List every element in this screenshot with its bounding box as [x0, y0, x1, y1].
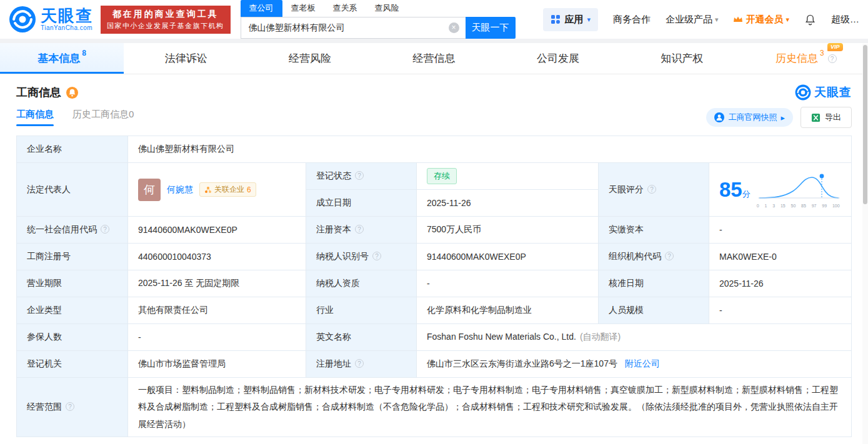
tab-intellectual-property[interactable]: 知识产权 [620, 43, 744, 74]
tab-legal-proceedings[interactable]: 法律诉讼 [124, 43, 247, 74]
field-label: 组织机构代码? [599, 244, 709, 270]
export-button[interactable]: 导出 [801, 107, 852, 128]
nav-super-vip[interactable]: 超级… [831, 14, 859, 26]
legal-rep-link[interactable]: 何婉慧 [167, 184, 193, 195]
field-label: 实缴资本 [599, 217, 709, 244]
help-icon[interactable]: ? [101, 225, 109, 234]
field-label: 纳税人识别号? [306, 244, 417, 270]
nav-business-cooperation[interactable]: 商务合作 [613, 14, 651, 26]
tab-company-development[interactable]: 公司发展 [496, 43, 620, 74]
apps-menu[interactable]: 应用 ▾ [543, 8, 598, 31]
official-snapshot-button[interactable]: 工商官网快照 ▸ [706, 108, 793, 127]
field-label: 人员规模 [599, 297, 709, 324]
help-icon[interactable]: ? [355, 225, 364, 234]
scrollbar[interactable] [862, 44, 868, 444]
field-label: 法定代表人 [17, 163, 128, 217]
field-value: - [709, 217, 852, 244]
chevron-down-icon: ▾ [715, 16, 719, 24]
field-value: 存续 [417, 163, 599, 190]
search-input[interactable] [241, 17, 466, 39]
field-value: 7500万人民币 [417, 217, 599, 244]
auto-translate-note: (自动翻译) [580, 332, 621, 342]
table-row: 企业名称 佛山佛塑新材料有限公司 [17, 136, 852, 163]
help-icon[interactable]: ? [665, 252, 674, 260]
field-value: 91440600MAK0WEXE0P [417, 244, 599, 270]
help-icon[interactable]: ? [355, 359, 364, 368]
clear-search-icon[interactable]: × [449, 22, 459, 33]
top-header: 天眼查 TianYanCha.com 都在用的商业查询工具 国家中小企业发展子基… [0, 0, 868, 39]
field-value: 440600010040373 [128, 244, 306, 270]
tab-count-badge: 3 [820, 49, 824, 57]
tab-operation-risk[interactable]: 经营风险 [248, 43, 372, 74]
field-label: 核准日期 [599, 270, 709, 297]
search-tab-company[interactable]: 查公司 [241, 0, 282, 17]
field-label: 英文名称 [306, 324, 417, 351]
promo-banner-line2: 国家中小企业发展子基金旗下机构 [107, 21, 224, 31]
subtab-business-info[interactable]: 工商信息 [16, 109, 54, 126]
search-button[interactable]: 天眼一下 [466, 17, 516, 39]
tianyancha-logo-icon [9, 6, 36, 33]
tab-operation-info[interactable]: 经营信息 [372, 43, 496, 74]
field-label: 工商注册号 [17, 244, 128, 270]
field-label: 注册资本? [306, 217, 417, 244]
logo-title: 天眼查 [41, 7, 93, 24]
field-value: 2025-11-26 [709, 270, 852, 297]
field-value: 何 何婉慧 关联企业 6 [128, 163, 306, 217]
tab-basic-info[interactable]: 基本信息8 [0, 43, 124, 74]
tab-history-info[interactable]: 历史信息 3 VIP ? [744, 43, 868, 74]
field-value: 一般项目：塑料制品制造；塑料制品销售；新材料技术研发；电子专用材料研发；电子专用… [128, 378, 852, 437]
score-axis-ticks: 0131550859799100 [757, 204, 840, 208]
monitor-bell-icon[interactable] [66, 87, 78, 99]
field-value: 2025-11-26 至 无固定期限 [128, 270, 306, 297]
field-label: 天眼评分? [599, 163, 709, 217]
apps-grid-icon [551, 14, 561, 24]
tianyancha-score[interactable]: 85分 0131550859799100 [719, 172, 841, 208]
nav-enterprise-products[interactable]: 企业级产品 ▾ [666, 14, 719, 26]
nearby-companies-link[interactable]: 附近公司 [625, 358, 660, 368]
promo-banner-line1: 都在用的商业查询工具 [107, 9, 224, 20]
field-value: 佛山市三水区云东海街道永业路6号之一1座107号 附近公司 [417, 351, 852, 378]
field-value: 2025-11-26 [417, 190, 599, 217]
company-tabs: 基本信息8 法律诉讼 经营风险 经营信息 公司发展 知识产权 历史信息 3 VI… [0, 43, 868, 74]
help-icon[interactable]: ? [66, 402, 74, 411]
table-row: 统一社会信用代码? 91440600MAK0WEXE0P 注册资本? 7500万… [17, 217, 852, 244]
search-tab-risk[interactable]: 查风险 [366, 0, 408, 17]
main-content: 工商信息 天眼查 工商信息 历史工商信息0 工商官网快照 [0, 84, 868, 437]
subtab-history-business-info[interactable]: 历史工商信息0 [72, 109, 134, 126]
tianyancha-logo[interactable]: 天眼查 TianYanCha.com [9, 6, 93, 33]
tianyancha-logo-icon [795, 84, 811, 101]
table-row: 企业类型 其他有限责任公司 行业 化学原料和化学制品制造业 人员规模 - [17, 297, 852, 324]
field-label: 成立日期 [306, 190, 417, 217]
table-row: 工商注册号 440600010040373 纳税人识别号? 91440600MA… [17, 244, 852, 270]
field-value: - [128, 324, 306, 351]
legal-rep-avatar[interactable]: 何 [138, 179, 161, 201]
scrollbar-thumb[interactable] [863, 45, 867, 204]
score-distribution-chart: 0131550859799100 [757, 172, 841, 208]
search-tab-relation[interactable]: 查关系 [324, 0, 366, 17]
business-info-table: 企业名称 佛山佛塑新材料有限公司 法定代表人 何 何婉慧 关联企业 6 [16, 136, 852, 437]
logo-domain: TianYanCha.com [41, 24, 93, 31]
field-label: 经营范围? [17, 378, 128, 437]
crown-icon [733, 16, 743, 23]
table-row: 参保人数 - 英文名称 Foshan Foshu New Materials C… [17, 324, 852, 351]
table-row: 营业期限 2025-11-26 至 无固定期限 纳税人资质 - 核准日期 202… [17, 270, 852, 297]
tianyancha-watermark: 天眼查 [795, 84, 852, 101]
field-value: 佛山市市场监督管理局 [128, 351, 306, 378]
field-value: 化学原料和化学制品制造业 [417, 297, 599, 324]
help-icon[interactable]: ? [372, 252, 381, 260]
field-label: 企业类型 [17, 297, 128, 324]
table-row: 登记机关 佛山市市场监督管理局 注册地址? 佛山市三水区云东海街道永业路6号之一… [17, 351, 852, 378]
help-icon[interactable]: ? [355, 171, 364, 180]
header-nav: 应用 ▾ 商务合作 企业级产品 ▾ 开通会员 ▾ 超级… [543, 8, 859, 31]
help-icon[interactable]: ? [647, 185, 656, 194]
related-companies-badge[interactable]: 关联企业 6 [199, 182, 256, 197]
search-area: 查公司 查老板 查关系 查风险 × 天眼一下 [241, 0, 516, 39]
apps-label: 应用 [564, 14, 583, 26]
section-title: 工商信息 [16, 85, 61, 100]
bell-icon[interactable] [804, 14, 816, 26]
nav-open-membership[interactable]: 开通会员 ▾ [733, 14, 789, 26]
field-label: 企业名称 [17, 136, 128, 163]
help-icon[interactable]: ? [828, 54, 837, 63]
search-tab-boss[interactable]: 查老板 [282, 0, 324, 17]
field-value: 91440600MAK0WEXE0P [128, 217, 306, 244]
